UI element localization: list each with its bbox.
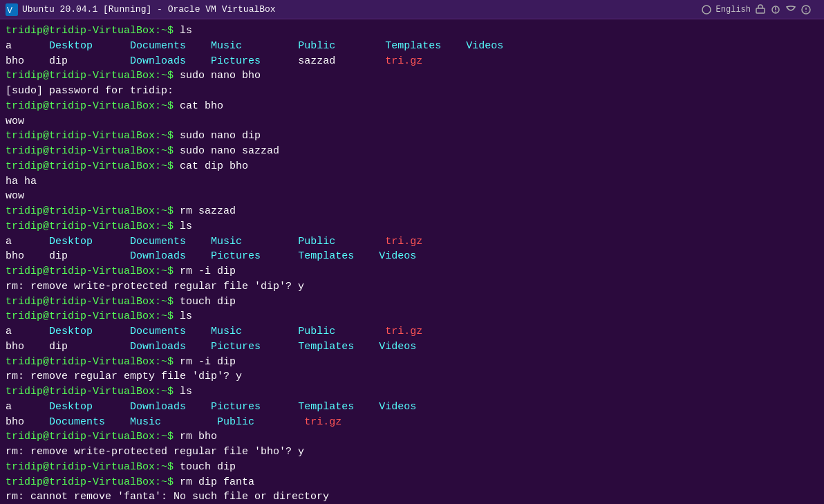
- tray-icon-5: [800, 4, 812, 15]
- terminal-line-10: tridip@tridip-VirtualBox:~$ cat dip bho: [6, 159, 818, 174]
- svg-point-9: [805, 11, 807, 12]
- terminal-line-12: wow: [6, 189, 818, 204]
- terminal-line-26: a Desktop Downloads Pictures Templates V…: [6, 400, 818, 415]
- terminal-line-17: tridip@tridip-VirtualBox:~$ rm -i dip: [6, 264, 818, 279]
- terminal-line-3: bho dip Downloads Pictures sazzad tri.gz: [6, 54, 818, 69]
- terminal-line-31: tridip@tridip-VirtualBox:~$ rm dip fanta: [6, 475, 818, 490]
- tray-icon-1: [701, 4, 712, 15]
- tray-icon-3: [770, 4, 781, 15]
- terminal-body[interactable]: tridip@tridip-VirtualBox:~$ ls a Desktop…: [0, 19, 824, 504]
- tray-icon-4: [785, 4, 796, 15]
- virtualbox-icon: V: [6, 3, 18, 16]
- terminal-line-1: tridip@tridip-VirtualBox:~$ ls: [6, 24, 818, 39]
- terminal-line-5: [sudo] password for tridip:: [6, 84, 818, 99]
- terminal-line-8: tridip@tridip-VirtualBox:~$ sudo nano di…: [6, 129, 818, 144]
- terminal-line-21: a Desktop Documents Music Public tri.gz: [6, 324, 818, 339]
- terminal-line-15: a Desktop Documents Music Public tri.gz: [6, 234, 818, 250]
- terminal-line-20: tridip@tridip-VirtualBox:~$ ls: [6, 309, 818, 324]
- terminal-line-28: tridip@tridip-VirtualBox:~$ rm bho: [6, 429, 818, 445]
- terminal-line-22: bho dip Downloads Pictures Templates Vid…: [6, 339, 818, 355]
- terminal-line-18: rm: remove write-protected regular file …: [6, 279, 818, 295]
- svg-text:V: V: [7, 6, 12, 15]
- svg-rect-3: [756, 8, 765, 13]
- terminal-line-32: rm: cannot remove 'fanta': No such file …: [6, 489, 818, 504]
- terminal-line-9: tridip@tridip-VirtualBox:~$ sudo nano sa…: [6, 144, 818, 159]
- terminal-line-23: tridip@tridip-VirtualBox:~$ rm -i dip: [6, 355, 818, 370]
- terminal-line-29: rm: remove write-protected regular file …: [6, 445, 818, 460]
- tray-area: English: [701, 4, 812, 15]
- terminal-line-27: bho Documents Music Public tri.gz: [6, 415, 818, 430]
- terminal-line-19: tridip@tridip-VirtualBox:~$ touch dip: [6, 295, 818, 310]
- terminal-line-30: tridip@tridip-VirtualBox:~$ touch dip: [6, 460, 818, 475]
- language-indicator: English: [716, 5, 751, 15]
- window-title: Ubuntu 20.04.1 [Running] - Oracle VM Vir…: [22, 4, 701, 15]
- terminal-line-11: ha ha: [6, 174, 818, 189]
- terminal-line-16: bho dip Downloads Pictures Templates Vid…: [6, 249, 818, 264]
- terminal-line-24: rm: remove regular empty file 'dip'? y: [6, 369, 818, 384]
- svg-point-6: [775, 11, 776, 12]
- terminal-line-7: wow: [6, 114, 818, 129]
- svg-point-2: [702, 6, 711, 14]
- terminal-line-2: a Desktop Documents Music Public Templat…: [6, 39, 818, 54]
- titlebar: V Ubuntu 20.04.1 [Running] - Oracle VM V…: [0, 0, 824, 19]
- tray-icon-2: [755, 4, 766, 15]
- terminal-line-4: tridip@tridip-VirtualBox:~$ sudo nano bh…: [6, 68, 818, 84]
- terminal-line-6: tridip@tridip-VirtualBox:~$ cat bho: [6, 99, 818, 114]
- terminal-line-25: tridip@tridip-VirtualBox:~$ ls: [6, 384, 818, 400]
- terminal-line-13: tridip@tridip-VirtualBox:~$ rm sazzad: [6, 204, 818, 219]
- terminal-line-14: tridip@tridip-VirtualBox:~$ ls: [6, 219, 818, 234]
